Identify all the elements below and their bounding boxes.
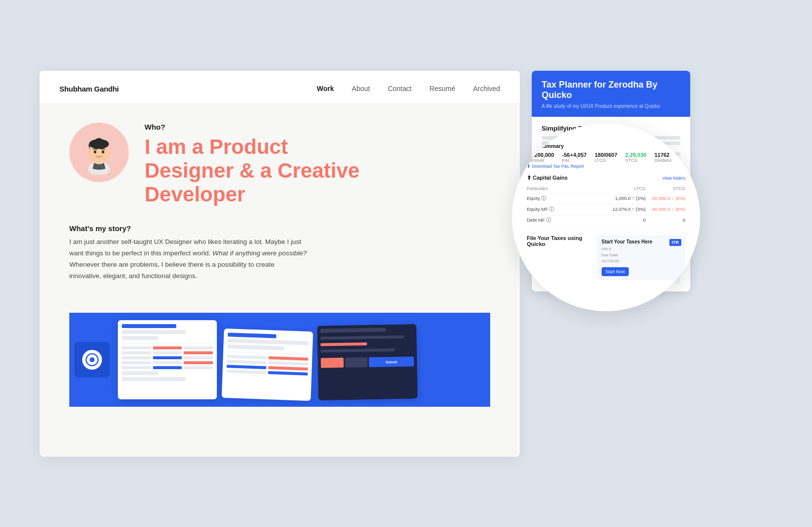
preview-images: Submit	[69, 298, 490, 407]
portfolio-nav: Shubham Gandhi Work About Contact Resumé…	[40, 71, 520, 103]
circle-zoom-container: P&L Summary 18,200,000 Turnover -56+4,05…	[512, 123, 700, 311]
tax-planner-header: Tax Planner for Zerodha By Quicko A life…	[532, 71, 690, 117]
capital-gains-header: ⬆ Capital Gains View Makrs	[527, 175, 685, 181]
hero-section: Who? I am a Product Designer & a Creativ…	[69, 123, 490, 207]
start-taxes-box: Start Your Taxes Here ITR 5 Due Date 31/…	[597, 235, 685, 280]
cap-row-equity: Equity ⓘ 1,000.0 ↑ (3%) 90,000.0 ↓ (8%)	[527, 193, 685, 204]
story-title: What's my story?	[69, 224, 490, 233]
screen-card-1	[118, 320, 217, 399]
cap-row-equity-mf: Equity MF ⓘ 12,076.0 ↑ (3%) 90,000.0 ↓ (…	[527, 204, 685, 215]
preview-blue-bg: Submit	[69, 313, 490, 407]
portfolio-logo: Shubham Gandhi	[59, 85, 119, 93]
nav-contact[interactable]: Contact	[388, 85, 411, 93]
pl-pandl: -56+4,057 P&L	[562, 152, 587, 163]
start-now-button[interactable]: Start Now	[602, 267, 629, 276]
avatar-illustration	[77, 130, 121, 175]
avatar	[69, 123, 129, 182]
portfolio-card: Shubham Gandhi Work About Contact Resumé…	[40, 71, 520, 457]
screen-card-dark: Submit	[317, 324, 418, 400]
pl-turnover: 18,200,000 Turnover	[527, 152, 554, 163]
screen-card-2	[222, 329, 313, 401]
nav-resume[interactable]: Resumé	[429, 85, 455, 93]
svg-point-7	[87, 150, 91, 155]
pl-summary-title: P&L Summary	[527, 143, 685, 149]
pl-dividends: 11762 Dividens	[655, 152, 672, 163]
file-taxes-left: File Your Taxes using Quicko	[527, 235, 593, 280]
nav-work[interactable]: Work	[317, 85, 334, 93]
svg-point-8	[107, 150, 111, 155]
nav-links: Work About Contact Resumé Archived	[317, 85, 500, 93]
svg-point-6	[102, 150, 104, 153]
hero-text: Who? I am a Product Designer & a Creativ…	[145, 123, 490, 207]
start-taxes-details: ITR 5 Due Date 31/7/2020	[602, 246, 680, 264]
tax-planner-subtitle: A life study of my UI/UX Product experie…	[542, 103, 680, 110]
pl-summary: P&L Summary 18,200,000 Turnover -56+4,05…	[527, 143, 685, 169]
story-text: I am just another self-taught UX Designe…	[69, 237, 307, 282]
quicko-logo-box	[74, 342, 110, 378]
pl-ltcg: 180/0607 LTCG	[595, 152, 617, 163]
right-panel: Tax Planner for Zerodha By Quicko A life…	[532, 71, 690, 292]
story-section: What's my story? I am just another self-…	[69, 224, 490, 282]
cap-row-debt-mf: Debt MF ⓘ 0 0	[527, 215, 685, 226]
preview-screens: Submit	[118, 320, 485, 399]
capital-gains-title: ⬆ Capital Gains	[527, 175, 567, 181]
capital-gains-section: ⬆ Capital Gains View Makrs Particulars L…	[527, 175, 685, 226]
cap-header-row: Particulars LTCG STCG	[527, 184, 685, 193]
circle-zoom: P&L Summary 18,200,000 Turnover -56+4,05…	[512, 123, 700, 311]
capital-gains-table: Particulars LTCG STCG Equity ⓘ 1,000.0 ↑…	[527, 184, 685, 226]
svg-point-10	[90, 357, 95, 362]
itr-badge: ITR	[669, 239, 682, 246]
nav-archived[interactable]: Archived	[473, 85, 500, 93]
file-taxes-title: File Your Taxes using Quicko	[527, 235, 593, 247]
tax-planner-title: Tax Planner for Zerodha By Quicko	[542, 80, 680, 101]
start-taxes-title: Start Your Taxes Here	[602, 239, 680, 244]
pl-download[interactable]: ⬇ Download Tax P&L Report	[527, 164, 685, 169]
quicko-logo-inner	[82, 350, 102, 370]
portfolio-content: Who? I am a Product Designer & a Creativ…	[40, 103, 520, 407]
svg-point-5	[94, 150, 97, 153]
svg-point-4	[95, 138, 103, 144]
hero-heading: I am a Product Designer & a Creative Dev…	[145, 135, 490, 207]
who-label: Who?	[145, 123, 490, 131]
capital-gains-view-more[interactable]: View Makrs	[662, 176, 685, 181]
pl-numbers: 18,200,000 Turnover -56+4,057 P&L 180/06…	[527, 152, 685, 163]
file-taxes-section: File Your Taxes using Quicko Start Your …	[527, 235, 685, 280]
pl-stcg: 2,29,030 STCG	[625, 152, 647, 163]
nav-about[interactable]: About	[352, 85, 370, 93]
